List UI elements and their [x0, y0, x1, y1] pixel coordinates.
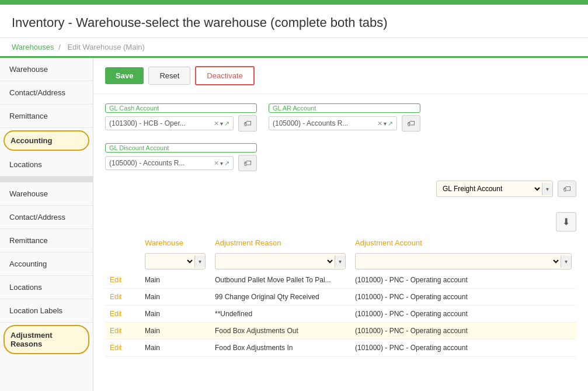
sidebar-item-remittance2[interactable]: Remittance: [0, 229, 93, 252]
adj-account-filter-arrow[interactable]: ▾: [561, 255, 571, 268]
sidebar: Warehouse Contact/Address Remittance Acc…: [0, 58, 93, 391]
gl-cash-account-tag[interactable]: 🏷: [238, 115, 257, 132]
adj-reason-filter-select[interactable]: [215, 254, 335, 269]
edit-link-2[interactable]: Edit: [110, 310, 122, 318]
sidebar-item-location-labels[interactable]: Location Labels: [0, 299, 93, 323]
adj-account-filter-control[interactable]: ▾: [355, 253, 572, 269]
freight-account-row: GL Freight Account ▾ 🏷: [93, 181, 588, 206]
sidebar-item-adjustment-reasons[interactable]: Adjustment Reasons: [4, 325, 89, 354]
row-adj-reason-2: **Undefined: [210, 306, 350, 323]
reset-button[interactable]: Reset: [148, 67, 190, 85]
row-edit-2[interactable]: Edit: [105, 306, 140, 323]
filter-adj-reason: ▾: [210, 251, 350, 272]
gl-discount-account-link[interactable]: ↗: [224, 160, 229, 167]
sidebar-divider: [0, 177, 93, 182]
table-row: Edit Main 99 Change Original Qty Receive…: [105, 289, 576, 306]
sidebar-item-warehouse2[interactable]: Warehouse: [0, 182, 93, 206]
gl-ar-account-value: (105000) - Accounts R...: [273, 119, 376, 127]
warehouse-filter-arrow[interactable]: ▾: [194, 255, 205, 268]
gl-ar-account-label: GL AR Account: [269, 103, 420, 113]
row-edit-1[interactable]: Edit: [105, 289, 140, 306]
sidebar-item-accounting2[interactable]: Accounting: [0, 252, 93, 276]
row-warehouse-4: Main: [140, 340, 210, 357]
row-adj-account-0: (101000) - PNC - Operating account: [350, 272, 576, 289]
gl-discount-account-value: (105000) - Accounts R...: [109, 159, 213, 167]
account-fields: GL Cash Account (101300) - HCB - Oper...…: [93, 94, 588, 181]
sidebar-item-warehouse[interactable]: Warehouse: [0, 58, 93, 81]
save-button[interactable]: Save: [105, 67, 144, 84]
col-header-0: [105, 235, 140, 251]
row-adj-account-1: (101000) - PNC - Operating account: [350, 289, 576, 306]
gl-ar-account-link[interactable]: ↗: [388, 120, 393, 127]
edit-link-3[interactable]: Edit: [110, 327, 122, 335]
gl-discount-account-tag[interactable]: 🏷: [238, 155, 257, 171]
row-adj-reason-1: 99 Change Original Qty Received: [210, 289, 350, 306]
gl-discount-account-label: GL Discount Account: [105, 143, 257, 153]
col-header-warehouse: Warehouse: [140, 235, 210, 251]
gl-cash-account-group: GL Cash Account (101300) - HCB - Oper...…: [105, 103, 257, 132]
top-bar: [0, 0, 588, 5]
edit-link-1[interactable]: Edit: [110, 293, 122, 301]
sidebar-item-remittance[interactable]: Remittance: [0, 105, 93, 128]
content-area: Save Reset Deactivate GL Cash Account (1…: [93, 58, 588, 391]
gl-cash-account-clear[interactable]: ✕: [214, 120, 219, 127]
sidebar-item-contact-address[interactable]: Contact/Address: [0, 81, 93, 105]
table-section: ⬇ Warehouse Adjustment Reason Adjustment…: [93, 206, 588, 357]
row-adj-reason-0: Outbound Pallet Move Pallet To Pal...: [210, 272, 350, 289]
row-adj-reason-4: Food Box Adjustments In: [210, 340, 350, 357]
adjustment-table: Warehouse Adjustment Reason Adjustment A…: [105, 235, 576, 357]
row-adj-account-4: (101000) - PNC - Operating account: [350, 340, 576, 357]
download-btn-row: ⬇: [105, 206, 576, 235]
row-adj-reason-3: Food Box Adjustments Out: [210, 323, 350, 340]
adj-account-filter-select[interactable]: [356, 254, 561, 269]
gl-ar-account-group: GL AR Account (105000) - Accounts R... ✕…: [269, 103, 420, 132]
row-warehouse-1: Main: [140, 289, 210, 306]
sidebar-item-locations2[interactable]: Locations: [0, 276, 93, 299]
sidebar-item-contact-address2[interactable]: Contact/Address: [0, 206, 93, 229]
gl-ar-account-clear[interactable]: ✕: [377, 120, 382, 127]
adj-reason-filter-control[interactable]: ▾: [215, 253, 346, 269]
sidebar-item-accounting[interactable]: Accounting: [4, 130, 89, 151]
gl-ar-account-tag[interactable]: 🏷: [402, 115, 420, 132]
gl-cash-account-arrow[interactable]: ▾: [220, 120, 223, 127]
row-warehouse-3: Main: [140, 323, 210, 340]
gl-cash-account-value: (101300) - HCB - Oper...: [109, 119, 213, 127]
gl-cash-account-link[interactable]: ↗: [224, 120, 229, 127]
edit-link-0[interactable]: Edit: [110, 276, 122, 284]
warehouse-filter-select[interactable]: [145, 254, 194, 269]
gl-freight-account-arrow[interactable]: ▾: [542, 183, 552, 195]
page-title: Inventory - Warehouse-select the warehou…: [0, 5, 588, 38]
breadcrumb-separator: /: [58, 43, 61, 51]
gl-freight-account-select[interactable]: GL Freight Account: [437, 181, 542, 196]
adj-reason-filter-arrow[interactable]: ▾: [335, 255, 345, 268]
row-warehouse-2: Main: [140, 306, 210, 323]
sidebar-item-locations[interactable]: Locations: [0, 153, 93, 177]
row-edit-4[interactable]: Edit: [105, 340, 140, 357]
edit-link-4[interactable]: Edit: [110, 344, 122, 352]
gl-freight-account-tag[interactable]: 🏷: [558, 181, 576, 197]
gl-discount-account-clear[interactable]: ✕: [214, 160, 219, 167]
table-row: Edit Main Food Box Adjustments Out (1010…: [105, 323, 576, 340]
breadcrumb-parent[interactable]: Warehouses: [12, 43, 54, 51]
filter-adj-account: ▾: [350, 251, 576, 272]
row-edit-0[interactable]: Edit: [105, 272, 140, 289]
toolbar: Save Reset Deactivate: [93, 58, 588, 94]
col-header-adj-reason: Adjustment Reason: [210, 235, 350, 251]
table-row: Edit Main Outbound Pallet Move Pallet To…: [105, 272, 576, 289]
gl-discount-account-arrow[interactable]: ▾: [220, 160, 223, 167]
gl-freight-account-control[interactable]: GL Freight Account ▾: [436, 181, 553, 197]
deactivate-button[interactable]: Deactivate: [195, 66, 254, 85]
row-edit-3[interactable]: Edit: [105, 323, 140, 340]
breadcrumb: Warehouses / Edit Warehouse (Main): [0, 38, 588, 58]
gl-ar-account-control: (105000) - Accounts R... ✕ ▾ ↗: [269, 116, 397, 130]
row-adj-account-2: (101000) - PNC - Operating account: [350, 306, 576, 323]
breadcrumb-current: Edit Warehouse (Main): [67, 43, 144, 51]
download-button[interactable]: ⬇: [556, 212, 576, 231]
gl-ar-account-arrow[interactable]: ▾: [384, 120, 387, 127]
gl-cash-account-control: (101300) - HCB - Oper... ✕ ▾ ↗: [105, 116, 234, 130]
main-layout: Warehouse Contact/Address Remittance Acc…: [0, 58, 588, 391]
gl-freight-account-group: GL Freight Account ▾ 🏷: [436, 181, 576, 197]
table-row: Edit Main **Undefined (101000) - PNC - O…: [105, 306, 576, 323]
warehouse-filter-control[interactable]: ▾: [145, 253, 206, 269]
filter-warehouse: ▾: [140, 251, 210, 272]
